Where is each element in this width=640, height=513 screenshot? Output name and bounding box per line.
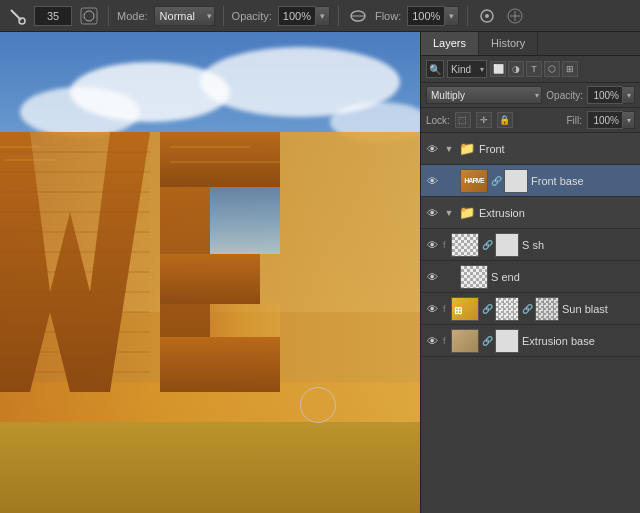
extrusion-group-name: Extrusion bbox=[479, 207, 637, 219]
thumb-extbase bbox=[451, 329, 479, 353]
flow-input-wrap: 100% ▾ bbox=[407, 6, 459, 26]
layer-sunblast[interactable]: 👁 f ⊞ 🔗 🔗 bbox=[421, 293, 640, 325]
chain-sunblast-2[interactable]: 🔗 bbox=[522, 301, 532, 317]
mask-sunblast-2 bbox=[535, 297, 559, 321]
chain-ssh[interactable]: 🔗 bbox=[482, 237, 492, 253]
tab-history[interactable]: History bbox=[479, 32, 538, 55]
svg-rect-25 bbox=[160, 337, 280, 392]
toolbar: 35 Mode: Normal Multiply Opacity: 100% ▾… bbox=[0, 0, 640, 32]
svg-point-7 bbox=[485, 14, 489, 18]
main-area: Layers History 🔍 Kind ⬜ ◑ T ⬡ ⊞ bbox=[0, 32, 640, 513]
svg-rect-39 bbox=[210, 304, 280, 337]
filter-icon[interactable]: 🔍 bbox=[426, 60, 444, 78]
fill-val-wrap: 100% ▾ bbox=[587, 111, 635, 129]
brush-preset-icon[interactable] bbox=[78, 5, 100, 27]
sunblast-name: Sun blast bbox=[562, 303, 637, 315]
opacity-value[interactable]: 100% bbox=[278, 6, 316, 26]
flow-arrow[interactable]: ▾ bbox=[445, 6, 459, 26]
thumb-ssh bbox=[451, 233, 479, 257]
fill-value[interactable]: 100% bbox=[587, 111, 623, 129]
fold-extrusion-group[interactable]: ▼ bbox=[443, 205, 455, 221]
filter-smart-icon[interactable]: ⊞ bbox=[562, 61, 578, 77]
ssh-name: S sh bbox=[522, 239, 637, 251]
layer-list: 👁 ▼ 📁 Front 👁 HARVE 🔗 Front bbox=[421, 133, 640, 513]
mask-front-base bbox=[504, 169, 528, 193]
opacity-label: Opacity: bbox=[232, 10, 272, 22]
lock-label: Lock: bbox=[426, 115, 450, 126]
layer-send[interactable]: 👁 S end bbox=[421, 261, 640, 293]
toolbar-separator-3 bbox=[338, 6, 339, 26]
visibility-ssh[interactable]: 👁 bbox=[424, 237, 440, 253]
layer-extrusion-base[interactable]: 👁 f 🔗 Extrusion base bbox=[421, 325, 640, 357]
opacity-panel-label: Opacity: bbox=[546, 90, 583, 101]
lock-artboard-icon[interactable]: 🔒 bbox=[497, 112, 513, 128]
blend-mode-row: Multiply Opacity: 100% ▾ bbox=[421, 83, 640, 108]
visibility-send[interactable]: 👁 bbox=[424, 269, 440, 285]
layer-group-extrusion[interactable]: 👁 ▼ 📁 Extrusion bbox=[421, 197, 640, 229]
fold-front-group[interactable]: ▼ bbox=[443, 141, 455, 157]
lock-move-icon[interactable]: ✛ bbox=[476, 112, 492, 128]
canvas-area[interactable] bbox=[0, 32, 420, 513]
layers-panel: 🔍 Kind ⬜ ◑ T ⬡ ⊞ Multiply bbox=[421, 56, 640, 513]
svg-point-1 bbox=[19, 18, 25, 24]
opacity-panel-arrow[interactable]: ▾ bbox=[623, 86, 635, 104]
lock-pixel-icon[interactable]: ⬚ bbox=[455, 112, 471, 128]
layer-front-base[interactable]: 👁 HARVE 🔗 Front base bbox=[421, 165, 640, 197]
smooth-icon[interactable] bbox=[476, 5, 498, 27]
chain-extbase[interactable]: 🔗 bbox=[482, 333, 492, 349]
mode-label: Mode: bbox=[117, 10, 148, 22]
toolbar-separator-2 bbox=[223, 6, 224, 26]
svg-point-3 bbox=[84, 11, 94, 21]
filter-shape-icon[interactable]: ⬡ bbox=[544, 61, 560, 77]
thumb-send bbox=[460, 265, 488, 289]
panel-tabs: Layers History bbox=[421, 32, 640, 56]
layer-search-row: 🔍 Kind ⬜ ◑ T ⬡ ⊞ bbox=[421, 56, 640, 83]
visibility-extrusion-group[interactable]: 👁 bbox=[424, 205, 440, 221]
flow-label: Flow: bbox=[375, 10, 401, 22]
fill-label: Fill: bbox=[566, 115, 582, 126]
visibility-extbase[interactable]: 👁 bbox=[424, 333, 440, 349]
visibility-front-base[interactable]: 👁 bbox=[424, 173, 440, 189]
front-group-name: Front bbox=[479, 143, 637, 155]
chain-front-base[interactable]: 🔗 bbox=[491, 173, 501, 189]
toolbar-separator-1 bbox=[108, 6, 109, 26]
layer-ssh[interactable]: 👁 f 🔗 S sh bbox=[421, 229, 640, 261]
filter-type-icon[interactable]: T bbox=[526, 61, 542, 77]
thumb-sunblast: ⊞ bbox=[451, 297, 479, 321]
opacity-input-wrap: 100% ▾ bbox=[278, 6, 330, 26]
tab-layers[interactable]: Layers bbox=[421, 32, 479, 55]
fill-arrow[interactable]: ▾ bbox=[623, 111, 635, 129]
search-type-dropdown[interactable]: Kind bbox=[447, 60, 487, 78]
blend-mode-dropdown[interactable]: Multiply bbox=[426, 86, 542, 104]
svg-text:⊞: ⊞ bbox=[454, 305, 462, 316]
flow-value[interactable]: 100% bbox=[407, 6, 445, 26]
front-base-name: Front base bbox=[531, 175, 637, 187]
send-name: S end bbox=[491, 271, 637, 283]
opacity-panel-value[interactable]: 100% bbox=[587, 86, 623, 104]
folder-extrusion-icon: 📁 bbox=[458, 204, 476, 222]
extra-tool-icon[interactable] bbox=[504, 5, 526, 27]
extbase-name: Extrusion base bbox=[522, 335, 637, 347]
chain-sunblast-1[interactable]: 🔗 bbox=[482, 301, 492, 317]
blend-dropdown-wrap: Multiply bbox=[426, 86, 542, 104]
mode-dropdown[interactable]: Normal Multiply bbox=[154, 6, 215, 26]
airbrush-icon[interactable] bbox=[347, 5, 369, 27]
brush-size-input[interactable]: 35 bbox=[34, 6, 72, 26]
opacity-arrow[interactable]: ▾ bbox=[316, 6, 330, 26]
search-filter-icons: ⬜ ◑ T ⬡ ⊞ bbox=[490, 61, 578, 77]
mask-extbase bbox=[495, 329, 519, 353]
link-indicator-sunblast: f bbox=[443, 304, 448, 314]
panels: Layers History 🔍 Kind ⬜ ◑ T ⬡ ⊞ bbox=[420, 32, 640, 513]
visibility-front-group[interactable]: 👁 bbox=[424, 141, 440, 157]
thumb-ssh-img bbox=[452, 234, 478, 256]
link-indicator-extbase: f bbox=[443, 336, 448, 346]
svg-rect-38 bbox=[210, 187, 280, 254]
filter-pixel-icon[interactable]: ⬜ bbox=[490, 61, 506, 77]
layer-group-front[interactable]: 👁 ▼ 📁 Front bbox=[421, 133, 640, 165]
toolbar-separator-4 bbox=[467, 6, 468, 26]
visibility-sunblast[interactable]: 👁 bbox=[424, 301, 440, 317]
thumb-sunblast-img: ⊞ bbox=[452, 298, 478, 320]
thumb-harvest-img: HARVE bbox=[461, 170, 487, 192]
brush-tool-icon[interactable] bbox=[6, 5, 28, 27]
filter-adjust-icon[interactable]: ◑ bbox=[508, 61, 524, 77]
